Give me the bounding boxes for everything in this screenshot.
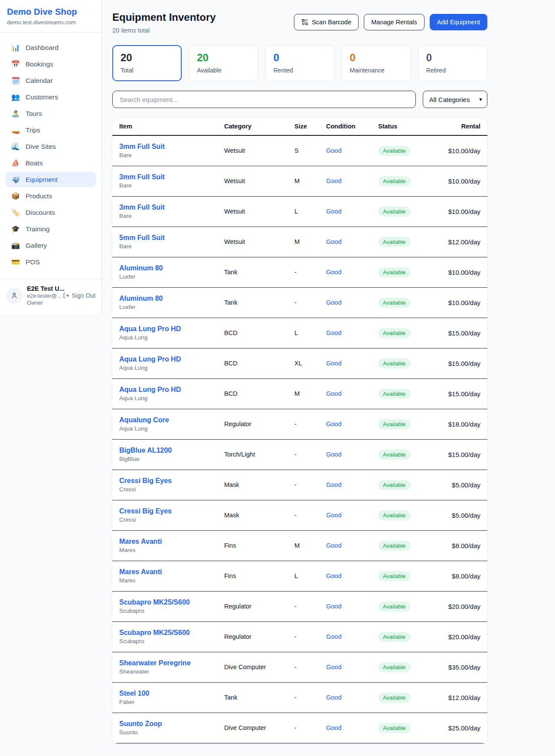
table-row: Aluminum 80 Luxfer Tank - Good Available…: [112, 287, 487, 318]
user-section: E2E Test U... e2e-tester@... Owner Sign …: [0, 279, 101, 311]
nav-item-label: Bookings: [26, 60, 53, 68]
nav-item-icon: 👥: [11, 93, 20, 101]
condition-link[interactable]: Good: [326, 572, 341, 579]
item-name-link[interactable]: Cressi Big Eyes: [119, 507, 217, 515]
sidebar-item-boats[interactable]: ⛵ Boats: [5, 155, 96, 171]
condition-link[interactable]: Good: [326, 542, 341, 549]
item-size: -: [291, 470, 323, 500]
sidebar-item-equipment[interactable]: 🤿 Equipment: [5, 172, 96, 187]
condition-link[interactable]: Good: [326, 269, 341, 276]
sidebar-item-dashboard[interactable]: 📊 Dashboard: [5, 40, 96, 55]
rental-price: $20.00/day: [440, 591, 487, 621]
condition-link[interactable]: Good: [326, 299, 341, 306]
item-name-link[interactable]: 3mm Full Suit: [119, 204, 217, 211]
condition-link[interactable]: Good: [326, 360, 341, 367]
status-badge: Available: [378, 571, 411, 581]
nav-item-label: Equipment: [26, 176, 58, 184]
condition-link[interactable]: Good: [326, 147, 341, 154]
sidebar-item-training[interactable]: 🎓 Training: [5, 221, 96, 237]
item-brand: Shearwater: [119, 668, 217, 675]
item-category: Wetsuit: [221, 166, 291, 196]
rental-price: $15.00/day: [440, 378, 487, 409]
condition-link[interactable]: Good: [326, 238, 341, 245]
item-name-link[interactable]: Scubapro MK25/S600: [119, 629, 217, 637]
stat-card[interactable]: 0 Maintenance: [342, 45, 411, 81]
item-name-link[interactable]: Shearwater Peregrine: [119, 659, 217, 667]
condition-link[interactable]: Good: [326, 724, 341, 731]
item-brand: Aqua Lung: [119, 425, 217, 432]
item-brand: Bare: [119, 182, 217, 189]
manage-rentals-button[interactable]: Manage Rentals: [364, 14, 424, 30]
item-size: -: [291, 621, 323, 652]
sidebar-item-trips[interactable]: 🚤 Trips: [5, 122, 96, 138]
scan-barcode-button[interactable]: Scan Barcode: [294, 14, 359, 30]
item-name-link[interactable]: Aluminum 80: [119, 264, 217, 272]
condition-link[interactable]: Good: [326, 603, 341, 610]
sign-out-icon: [62, 292, 69, 299]
item-size: -: [291, 682, 323, 713]
item-name-link[interactable]: 3mm Full Suit: [119, 173, 217, 181]
search-input[interactable]: [112, 91, 416, 108]
condition-link[interactable]: Good: [326, 421, 341, 427]
condition-link[interactable]: Good: [326, 208, 341, 215]
rental-price: $10.00/day: [440, 257, 487, 287]
item-name-link[interactable]: Aqua Lung Pro HD: [119, 386, 217, 394]
condition-link[interactable]: Good: [326, 390, 341, 397]
item-name-link[interactable]: 5mm Full Suit: [119, 234, 217, 242]
stat-value: 0: [350, 52, 403, 64]
item-category: Fins: [221, 561, 291, 591]
stat-label: Rented: [273, 67, 326, 74]
sidebar-item-discounts[interactable]: 🏷️ Discounts: [5, 205, 96, 220]
sidebar-item-calendar[interactable]: 🗓️ Calendar: [5, 73, 96, 88]
item-size: -: [291, 287, 323, 318]
item-category: Tank: [221, 682, 291, 713]
sidebar-item-dive-sites[interactable]: 🌊 Dive Sites: [5, 139, 96, 154]
item-name-link[interactable]: Aluminum 80: [119, 295, 217, 302]
nav-item-icon: 🚤: [11, 126, 20, 134]
item-size: L: [291, 561, 323, 591]
condition-link[interactable]: Good: [326, 664, 341, 671]
person-icon: [10, 292, 18, 299]
item-name-link[interactable]: Mares Avanti: [119, 538, 217, 546]
condition-link[interactable]: Good: [326, 177, 341, 184]
item-name-link[interactable]: BigBlue AL1200: [119, 447, 217, 454]
item-name-link[interactable]: Steel 100: [119, 690, 217, 697]
item-name-link[interactable]: Scubapro MK25/S600: [119, 598, 217, 606]
nav-item-label: Gallery: [26, 242, 47, 250]
condition-link[interactable]: Good: [326, 694, 341, 701]
sidebar-item-pos[interactable]: 💳 POS: [5, 254, 96, 270]
condition-link[interactable]: Good: [326, 451, 341, 458]
item-name-link[interactable]: Mares Avanti: [119, 568, 217, 576]
rental-price: $15.00/day: [440, 318, 487, 348]
stat-card[interactable]: 20 Total: [112, 45, 182, 81]
condition-link[interactable]: Good: [326, 633, 341, 640]
sign-out-button[interactable]: Sign Out: [62, 292, 95, 299]
item-name-link[interactable]: Aqualung Core: [119, 416, 217, 424]
rental-price: $25.00/day: [440, 713, 487, 743]
stat-card[interactable]: 0 Retired: [418, 45, 487, 81]
item-size: -: [291, 591, 323, 621]
table-row: Aqualung Core Aqua Lung Regulator - Good…: [112, 409, 487, 439]
header-actions: Scan Barcode Manage Rentals Add Equipmen…: [294, 14, 487, 30]
item-name-link[interactable]: Aqua Lung Pro HD: [119, 325, 217, 333]
stat-card[interactable]: 0 Rented: [265, 45, 334, 81]
barcode-scan-icon: [301, 19, 308, 26]
item-name-link[interactable]: 3mm Full Suit: [119, 143, 217, 151]
item-name-link[interactable]: Cressi Big Eyes: [119, 477, 217, 485]
status-badge: Available: [378, 510, 411, 520]
add-equipment-button[interactable]: Add Equipment: [430, 14, 487, 30]
condition-link[interactable]: Good: [326, 512, 341, 519]
stat-card[interactable]: 20 Available: [189, 45, 258, 81]
item-name-link[interactable]: Suunto Zoop: [119, 720, 217, 728]
rental-price: $10.00/day: [440, 196, 487, 227]
condition-link[interactable]: Good: [326, 481, 341, 488]
sidebar-item-bookings[interactable]: 📅 Bookings: [5, 56, 96, 72]
item-name-link[interactable]: Aqua Lung Pro HD: [119, 355, 217, 363]
sidebar-item-products[interactable]: 📦 Products: [5, 188, 96, 204]
sidebar-item-tours[interactable]: 🏝️ Tours: [5, 106, 96, 121]
sidebar-item-gallery[interactable]: 📸 Gallery: [5, 238, 96, 253]
condition-link[interactable]: Good: [326, 329, 341, 336]
sidebar-nav: 📊 Dashboard 📅 Bookings 🗓️ Calendar 👥 Cus…: [0, 33, 101, 275]
category-select[interactable]: All Categories: [423, 91, 487, 108]
sidebar-item-customers[interactable]: 👥 Customers: [5, 89, 96, 105]
